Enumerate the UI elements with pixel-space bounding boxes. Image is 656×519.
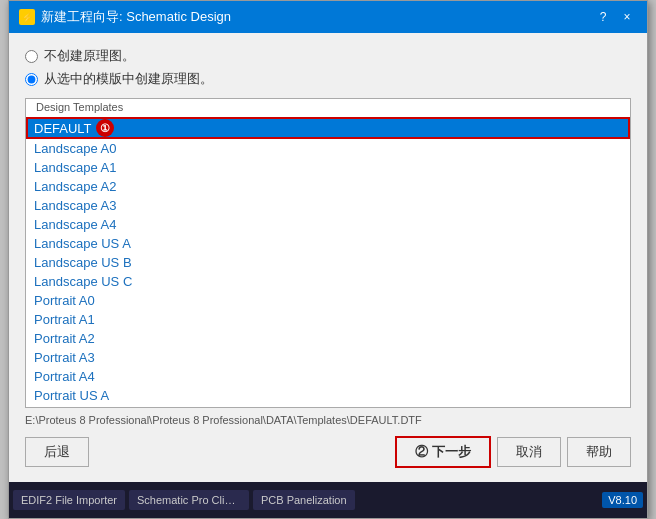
- list-item-portrait-a2[interactable]: Portrait A2: [26, 329, 630, 348]
- button-row: 后退 ② 下一步 取消 帮助: [25, 436, 631, 468]
- radio-label-1: 不创建原理图。: [44, 47, 135, 65]
- template-list-container: Design Templates DEFAULT ① Landscape A0 …: [25, 98, 631, 408]
- list-item-label: Portrait A4: [34, 369, 95, 384]
- next-button[interactable]: ② 下一步: [395, 436, 491, 468]
- list-header: Design Templates: [34, 101, 125, 113]
- list-item-label: Landscape A0: [34, 141, 116, 156]
- list-item-landscape-us-a[interactable]: Landscape US A: [26, 234, 630, 253]
- list-item-label: Portrait US A: [34, 388, 109, 403]
- list-item-portrait-a1[interactable]: Portrait A1: [26, 310, 630, 329]
- btn-group-right: ② 下一步 取消 帮助: [395, 436, 631, 468]
- list-item-landscape-a2[interactable]: Landscape A2: [26, 177, 630, 196]
- list-item-label: Portrait A0: [34, 293, 95, 308]
- radio-option1[interactable]: 不创建原理图。: [25, 47, 631, 65]
- taskbar-item-edif[interactable]: EDIF2 File Importer: [13, 490, 125, 510]
- list-item-portrait-a3[interactable]: Portrait A3: [26, 348, 630, 367]
- radio-input-2[interactable]: [25, 73, 38, 86]
- list-item-label: Landscape A1: [34, 160, 116, 175]
- list-item-portrait-a0[interactable]: Portrait A0: [26, 291, 630, 310]
- list-item-portrait-a4[interactable]: Portrait A4: [26, 367, 630, 386]
- titlebar-left: ⚡ 新建工程向导: Schematic Design: [19, 8, 231, 26]
- taskbar-label-schematic: Schematic Pro Clipper: [137, 494, 246, 506]
- template-list[interactable]: DEFAULT ① Landscape A0 Landscape A1 Land…: [26, 117, 630, 407]
- radio-label-2: 从选中的模版中创建原理图。: [44, 70, 213, 88]
- taskbar-label-pcb: PCB Panelization: [261, 494, 347, 506]
- list-item-default[interactable]: DEFAULT ①: [26, 117, 630, 139]
- list-item-label: Landscape A2: [34, 179, 116, 194]
- titlebar: ⚡ 新建工程向导: Schematic Design ? ×: [9, 1, 647, 33]
- path-value: E:\Proteus 8 Professional\Proteus 8 Prof…: [25, 414, 422, 426]
- list-item-label: Portrait A1: [34, 312, 95, 327]
- radio-option2[interactable]: 从选中的模版中创建原理图。: [25, 70, 631, 88]
- back-button[interactable]: 后退: [25, 437, 89, 467]
- cancel-button[interactable]: 取消: [497, 437, 561, 467]
- list-item-label: Portrait A3: [34, 350, 95, 365]
- list-item-label: Landscape US C: [34, 274, 132, 289]
- list-item-label-default: DEFAULT: [34, 121, 92, 136]
- help-button[interactable]: 帮助: [567, 437, 631, 467]
- list-item-landscape-a1[interactable]: Landscape A1: [26, 158, 630, 177]
- help-btn[interactable]: ?: [593, 7, 613, 27]
- radio-input-1[interactable]: [25, 50, 38, 63]
- app-icon: ⚡: [19, 9, 35, 25]
- path-bar: E:\Proteus 8 Professional\Proteus 8 Prof…: [25, 414, 631, 426]
- list-item-portrait-us-a[interactable]: Portrait US A: [26, 386, 630, 405]
- list-item-landscape-us-b[interactable]: Landscape US B: [26, 253, 630, 272]
- list-item-landscape-a3[interactable]: Landscape A3: [26, 196, 630, 215]
- list-item-landscape-a4[interactable]: Landscape A4: [26, 215, 630, 234]
- list-item-landscape-a0[interactable]: Landscape A0: [26, 139, 630, 158]
- taskbar-item-schematic[interactable]: Schematic Pro Clipper: [129, 490, 249, 510]
- close-btn[interactable]: ×: [617, 7, 637, 27]
- badge-selected: ①: [96, 119, 114, 137]
- list-item-label: Landscape A3: [34, 198, 116, 213]
- main-window: ⚡ 新建工程向导: Schematic Design ? × 不创建原理图。 从…: [8, 0, 648, 519]
- dialog-content: 不创建原理图。 从选中的模版中创建原理图。 Design Templates D…: [9, 33, 647, 482]
- list-item-label: Landscape US B: [34, 255, 132, 270]
- version-badge: V8.10: [602, 492, 643, 508]
- list-item-label: Landscape US A: [34, 236, 131, 251]
- window-title: 新建工程向导: Schematic Design: [41, 8, 231, 26]
- next-label: 下一步: [432, 444, 471, 459]
- list-item-landscape-us-c[interactable]: Landscape US C: [26, 272, 630, 291]
- radio-group: 不创建原理图。 从选中的模版中创建原理图。: [25, 47, 631, 88]
- list-item-label: Landscape A4: [34, 217, 116, 232]
- taskbar-label-edif: EDIF2 File Importer: [21, 494, 117, 506]
- next-badge: ②: [415, 444, 428, 459]
- list-item-portrait-us-b[interactable]: Portrait US B: [26, 405, 630, 407]
- taskbar-item-pcb[interactable]: PCB Panelization: [253, 490, 355, 510]
- taskbar: EDIF2 File Importer Schematic Pro Clippe…: [9, 482, 647, 518]
- list-item-label: Portrait A2: [34, 331, 95, 346]
- titlebar-controls: ? ×: [593, 7, 637, 27]
